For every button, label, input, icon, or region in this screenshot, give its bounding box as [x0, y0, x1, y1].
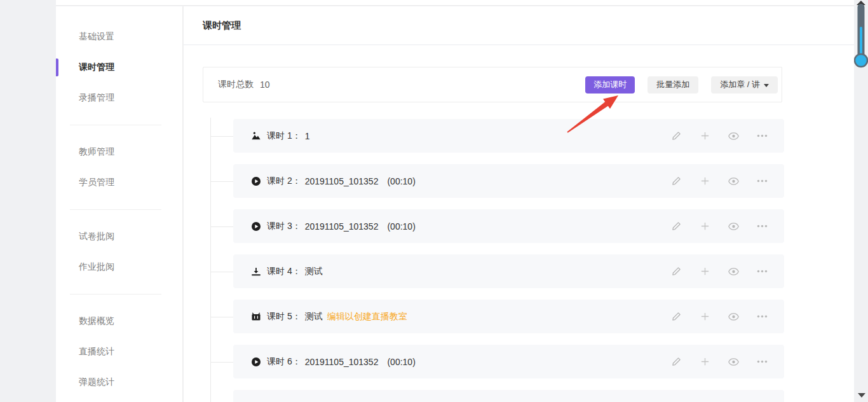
- edit-pencil-icon[interactable]: [671, 176, 682, 186]
- edit-pencil-icon[interactable]: [671, 221, 682, 232]
- sidebar-divider: [70, 209, 161, 210]
- main-content: 课时管理 课时总数 10 添加课时 批量添加 添加章 / 讲 课时 1： 1: [184, 6, 854, 402]
- lesson-label: 课时 4：: [267, 266, 301, 277]
- lesson-row: 课时 3： 20191105_101352 (00:10): [233, 209, 784, 243]
- page-title-bar: 课时管理: [184, 6, 854, 45]
- chevron-down-icon: [764, 84, 769, 90]
- toolbar-buttons: 添加课时 批量添加 添加章 / 讲: [585, 76, 778, 94]
- preview-eye-icon[interactable]: [728, 311, 739, 322]
- download-icon: [250, 266, 261, 277]
- edit-pencil-icon[interactable]: [671, 356, 682, 367]
- sidebar-item-label: 教师管理: [79, 146, 114, 158]
- sidebar-item-label: 数据概览: [79, 315, 114, 327]
- lesson-duration: (00:10): [387, 357, 415, 367]
- lesson-row: [233, 390, 784, 402]
- total-lessons-count: 10: [260, 80, 270, 90]
- lesson-list: 课时 1： 1 课时 2： 20191105_101352 (00:10): [233, 119, 784, 402]
- add-chapter-dropdown-button[interactable]: 添加章 / 讲: [711, 76, 778, 94]
- sidebar-divider: [70, 125, 161, 125]
- active-indicator: [56, 59, 58, 76]
- add-lesson-button[interactable]: 添加课时: [585, 76, 635, 94]
- lesson-title: 20191105_101352: [305, 221, 379, 232]
- add-plus-icon[interactable]: [700, 266, 710, 277]
- lesson-toolbar: 课时总数 10 添加课时 批量添加 添加章 / 讲: [203, 67, 782, 102]
- more-ellipsis-icon[interactable]: [757, 130, 768, 141]
- edit-pencil-icon[interactable]: [671, 130, 682, 141]
- lesson-row: 课时 6： 20191105_101352 (00:10): [233, 345, 784, 378]
- lesson-label: 课时 2：: [267, 176, 301, 187]
- lesson-row: 课时 1： 1: [233, 119, 784, 153]
- more-ellipsis-icon[interactable]: [757, 311, 768, 322]
- sidebar-item-label: 试卷批阅: [79, 231, 114, 242]
- row-actions: [671, 176, 784, 186]
- lesson-title: 测试: [305, 311, 323, 322]
- lesson-title: 测试: [305, 266, 323, 277]
- row-actions: [671, 130, 784, 141]
- row-actions: [671, 221, 784, 232]
- edit-pencil-icon[interactable]: [671, 311, 682, 322]
- lesson-label: 课时 3：: [267, 221, 301, 232]
- lesson-live-edit-link[interactable]: 编辑以创建直播教室: [327, 311, 407, 322]
- sidebar-item-label: 学员管理: [79, 177, 114, 188]
- row-actions: [671, 356, 784, 367]
- image-icon: [250, 130, 261, 141]
- sidebar-item-label: 直播统计: [79, 346, 114, 357]
- tree-connector-line: [210, 118, 211, 402]
- sidebar-item-label: 作业批阅: [79, 261, 114, 273]
- sidebar-divider: [70, 294, 161, 295]
- preview-eye-icon[interactable]: [728, 266, 739, 277]
- lesson-duration: (00:10): [387, 221, 415, 232]
- preview-eye-icon[interactable]: [728, 221, 739, 232]
- lesson-title: 20191105_101352: [305, 357, 379, 367]
- sidebar-item-label: 弹题统计: [79, 377, 114, 388]
- more-ellipsis-icon[interactable]: [757, 356, 768, 367]
- preview-eye-icon[interactable]: [728, 176, 739, 186]
- more-ellipsis-icon[interactable]: [757, 266, 768, 277]
- sidebar-item-作业批阅[interactable]: 作业批阅: [56, 252, 182, 282]
- lesson-label: 课时 6：: [267, 356, 301, 368]
- add-plus-icon[interactable]: [700, 176, 710, 186]
- lesson-row: 课时 5： 测试 编辑以创建直播教室: [233, 300, 784, 333]
- play-circle-icon: [250, 176, 261, 186]
- add-plus-icon[interactable]: [700, 356, 710, 367]
- batch-add-button[interactable]: 批量添加: [648, 76, 698, 94]
- preview-eye-icon[interactable]: [728, 130, 739, 141]
- sidebar-item-学员管理[interactable]: 学员管理: [56, 167, 182, 198]
- sidebar-item-label: 录播管理: [79, 92, 114, 104]
- add-chapter-label: 添加章 / 讲: [720, 79, 760, 90]
- sidebar-item-教师管理[interactable]: 教师管理: [56, 137, 182, 167]
- top-strip: [56, 0, 854, 6]
- sidebar-item-录播管理[interactable]: 录播管理: [56, 83, 182, 113]
- add-plus-icon[interactable]: [700, 221, 710, 232]
- row-actions: [671, 311, 784, 322]
- lesson-row: 课时 2： 20191105_101352 (00:10): [233, 164, 784, 198]
- sidebar-item-label: 基础设置: [79, 31, 114, 43]
- page-title: 课时管理: [203, 20, 241, 32]
- lesson-title: 20191105_101352: [305, 176, 379, 186]
- sidebar-item-label: 课时管理: [79, 62, 114, 73]
- sidebar-item-课时管理[interactable]: 课时管理: [56, 52, 182, 83]
- play-circle-icon: [250, 356, 261, 367]
- scroll-down-arrow-icon[interactable]: [858, 393, 865, 401]
- lesson-row: 课时 4： 测试: [233, 254, 784, 288]
- edit-pencil-icon[interactable]: [671, 266, 682, 277]
- play-circle-icon: [250, 221, 261, 232]
- lesson-label: 课时 5：: [267, 311, 301, 322]
- add-plus-icon[interactable]: [700, 311, 710, 322]
- row-actions: [671, 266, 784, 277]
- sidebar-item-试卷批阅[interactable]: 试卷批阅: [56, 221, 182, 252]
- more-ellipsis-icon[interactable]: [757, 176, 768, 186]
- sidebar-item-直播统计[interactable]: 直播统计: [56, 336, 182, 367]
- sidebar-item-弹题统计[interactable]: 弹题统计: [56, 367, 182, 398]
- preview-eye-icon[interactable]: [728, 356, 739, 367]
- sidebar-item-数据概览[interactable]: 数据概览: [56, 306, 182, 336]
- thermometer-scroll-indicator[interactable]: [854, 0, 868, 70]
- sidebar-item-基础设置[interactable]: 基础设置: [56, 22, 182, 52]
- lesson-title: 1: [305, 131, 310, 141]
- total-lessons-label: 课时总数: [218, 79, 254, 90]
- lesson-label: 课时 1：: [267, 130, 301, 142]
- add-plus-icon[interactable]: [700, 130, 710, 141]
- lesson-duration: (00:10): [387, 176, 415, 186]
- live-tv-icon: [250, 311, 261, 322]
- more-ellipsis-icon[interactable]: [757, 221, 768, 232]
